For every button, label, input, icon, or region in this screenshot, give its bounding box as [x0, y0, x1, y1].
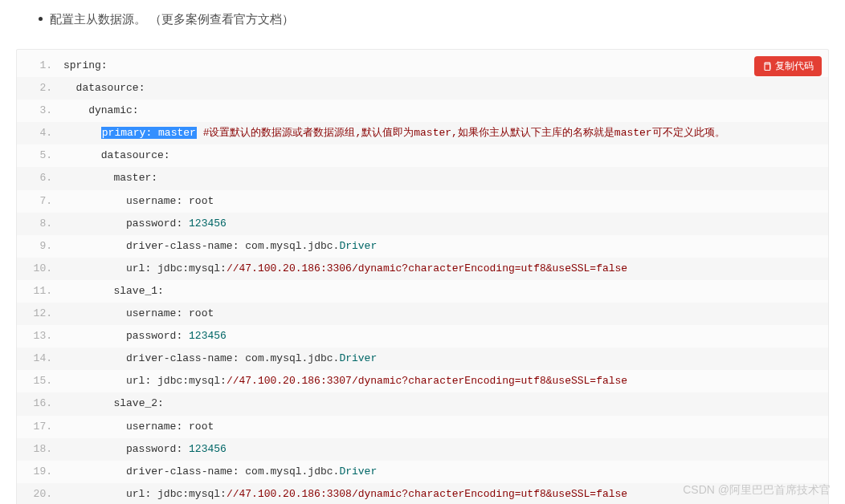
- code-line: slave_1:: [17, 280, 828, 303]
- code-line: driver-class-name: com.mysql.jdbc.Driver: [17, 461, 828, 483]
- code-line: password: 123456: [17, 325, 828, 348]
- copy-icon: [762, 62, 772, 71]
- code-line: datasource:: [17, 144, 828, 167]
- code-line: url: jdbc:mysql://47.100.20.186:3307/dyn…: [17, 370, 828, 392]
- code-line: username: root: [17, 190, 828, 213]
- copy-code-button[interactable]: 复制代码: [754, 56, 822, 76]
- code-line: url: jdbc:mysql://47.100.20.186:3306/dyn…: [17, 258, 828, 280]
- bullet-section: 配置主从数据源。 （更多案例查看官方文档）: [16, 0, 829, 44]
- code-line: dynamic:: [17, 100, 828, 122]
- bullet-item: 配置主从数据源。 （更多案例查看官方文档）: [16, 8, 829, 30]
- code-line: password: 123456: [17, 213, 828, 235]
- code-block: 复制代码 spring: datasource: dynamic: primar…: [16, 49, 829, 504]
- copy-code-label: 复制代码: [775, 59, 814, 73]
- code-line: spring:: [17, 55, 828, 77]
- code-line: driver-class-name: com.mysql.jdbc.Driver: [17, 348, 828, 370]
- code-list: spring: datasource: dynamic: primary: ma…: [17, 50, 828, 504]
- code-line: primary: master #设置默认的数据源或者数据源组,默认值即为mas…: [17, 122, 828, 144]
- code-line: url: jdbc:mysql://47.100.20.186:3308/dyn…: [17, 483, 828, 504]
- code-line: master:: [17, 167, 828, 189]
- code-line: username: root: [17, 303, 828, 325]
- code-line: driver-class-name: com.mysql.jdbc.Driver: [17, 235, 828, 258]
- code-line: password: 123456: [17, 438, 828, 461]
- code-line: datasource:: [17, 77, 828, 100]
- svg-rect-0: [765, 64, 770, 71]
- code-line: slave_2:: [17, 392, 828, 415]
- selected-text: primary: master: [101, 127, 197, 139]
- code-line: username: root: [17, 416, 828, 438]
